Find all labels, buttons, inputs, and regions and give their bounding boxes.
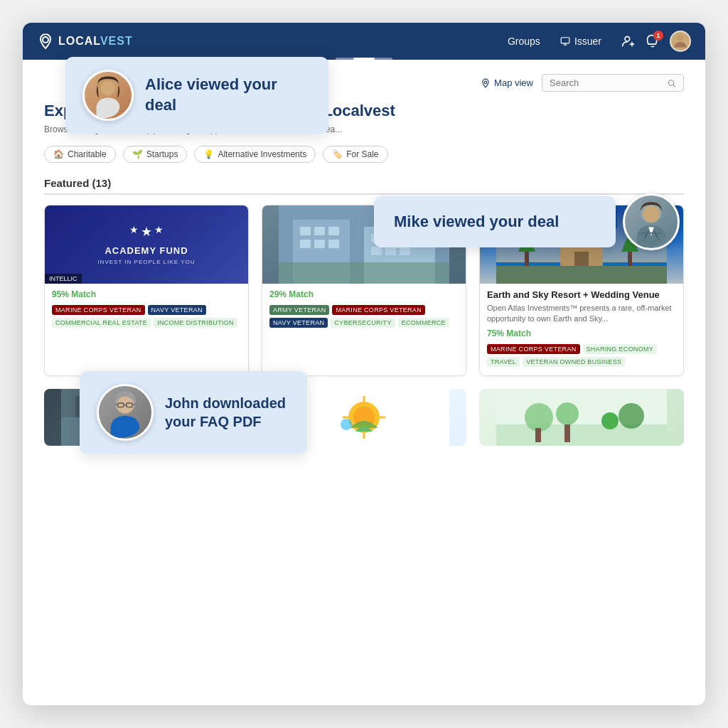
avatar-icon (671, 32, 690, 50)
scroll-indicator (336, 58, 392, 60)
notification-button[interactable]: 1 (646, 34, 660, 48)
mike-notification-wrapper: Mike viewed your deal (374, 193, 691, 250)
navbar-links: Groups Issuer (508, 36, 601, 47)
svg-rect-26 (574, 252, 589, 266)
logo-icon (37, 33, 54, 50)
card-match-academy: 95% Match (52, 289, 241, 299)
issuer-link[interactable]: Issuer (560, 36, 601, 47)
card-title-atlas: Earth and Sky Resort + Wedding Venue (487, 289, 676, 300)
search-input[interactable] (550, 77, 667, 88)
filter-tags: 🏠 Charitable 🌱 Startups 💡 Alternative In… (44, 146, 684, 163)
svg-point-62 (643, 205, 660, 223)
notification-badge: 1 (653, 31, 663, 41)
intellic-label: INTELLIC (45, 274, 82, 284)
preview-card-garden[interactable] (479, 389, 684, 446)
svg-point-0 (43, 37, 48, 43)
featured-header: Featured (13) (44, 177, 684, 195)
svg-rect-10 (328, 227, 339, 235)
svg-point-54 (556, 402, 579, 425)
svg-point-57 (601, 412, 619, 429)
john-notification: John downloaded your FAQ PDF (80, 371, 307, 454)
svg-rect-8 (300, 227, 311, 235)
search-bar[interactable] (542, 74, 684, 92)
svg-point-2 (625, 36, 630, 41)
page-container: LOCALVEST Groups Issuer (23, 23, 705, 705)
john-person-svg (99, 386, 151, 439)
svg-rect-12 (314, 240, 325, 248)
svg-rect-21 (279, 262, 449, 284)
mike-person-svg (625, 196, 678, 248)
groups-link[interactable]: Groups (508, 36, 540, 47)
deal-card-academy[interactable]: ★ ★ ★ ACADEMY FUND INVEST IN PEOPLE LIKE… (44, 205, 249, 376)
svg-rect-55 (535, 428, 541, 442)
filter-startups[interactable]: 🌱 Startups (123, 146, 188, 163)
filter-forsale[interactable]: 🏷️ For Sale (323, 146, 387, 163)
card-match-apt: 29% Match (269, 289, 459, 299)
john-popup-text: John downloaded your FAQ PDF (165, 394, 290, 431)
svg-point-58 (619, 403, 644, 429)
mike-notification: Mike viewed your deal (374, 196, 616, 248)
svg-rect-1 (561, 38, 569, 43)
add-user-icon (621, 34, 636, 48)
svg-point-3 (678, 35, 684, 41)
map-icon (481, 78, 491, 88)
svg-rect-31 (496, 266, 667, 284)
svg-rect-13 (328, 240, 339, 248)
svg-rect-9 (314, 227, 325, 235)
svg-rect-52 (496, 424, 667, 446)
navbar: LOCALVEST Groups Issuer (23, 23, 705, 60)
alice-notification: Alice viewed your deal (65, 57, 328, 134)
svg-rect-56 (564, 424, 570, 442)
navbar-actions: 1 (621, 31, 691, 52)
svg-point-4 (484, 81, 487, 84)
svg-point-60 (101, 81, 115, 95)
john-avatar (97, 384, 154, 441)
filter-charitable[interactable]: 🏠 Charitable (44, 146, 116, 163)
svg-point-53 (525, 403, 553, 432)
filter-alternative[interactable]: 💡 Alternative Investments (194, 146, 316, 163)
user-avatar[interactable] (670, 31, 691, 52)
map-view-link[interactable]: Map view (481, 77, 533, 88)
logo-text: LOCALVEST (58, 35, 133, 48)
alice-person-svg (85, 72, 132, 119)
mike-popup-text: Mike viewed your deal (394, 212, 596, 232)
search-icon (667, 78, 676, 88)
card-match-atlas: 75% Match (487, 328, 676, 338)
svg-rect-11 (300, 240, 311, 248)
garden-preview-svg (479, 389, 684, 446)
card-tags-academy: MARINE CORPS VETERAN NAVY VETERAN (52, 305, 241, 315)
logo[interactable]: LOCALVEST (37, 33, 133, 50)
mike-avatar (623, 193, 680, 250)
add-user-button[interactable] (621, 34, 636, 48)
issuer-icon (560, 36, 570, 46)
svg-point-50 (341, 419, 352, 430)
card-image-academy: ★ ★ ★ ACADEMY FUND INVEST IN PEOPLE LIKE… (45, 205, 248, 284)
alice-popup-text: Alice viewed your deal (145, 75, 311, 115)
card-desc-atlas: Open Atlas Investments™ presents a rare,… (487, 303, 676, 325)
alice-avatar (82, 70, 134, 121)
